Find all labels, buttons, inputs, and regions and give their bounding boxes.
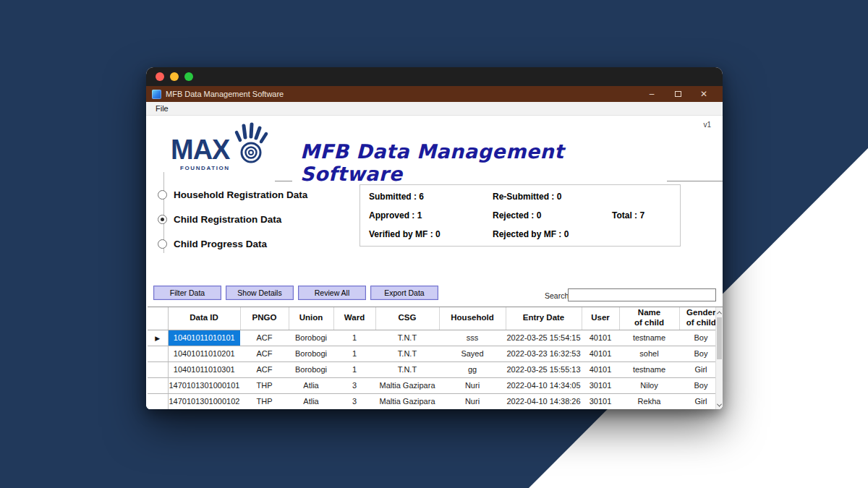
scroll-up-button[interactable] (716, 308, 723, 317)
cell[interactable]: Boy (679, 346, 715, 361)
row-selector-cell[interactable] (148, 346, 168, 361)
cell[interactable]: 10401011010301 (168, 361, 240, 377)
cell[interactable]: THP (240, 377, 289, 393)
cell[interactable]: testname (619, 330, 679, 346)
cell[interactable]: testname (619, 361, 679, 377)
cell[interactable]: 40101 (582, 346, 619, 361)
col-header-data-id[interactable]: Data ID (168, 307, 240, 330)
col-header-entry-date[interactable]: Entry Date (506, 307, 582, 330)
cell[interactable]: Rekha (619, 393, 679, 409)
cell[interactable]: Niloy (619, 377, 679, 393)
cell[interactable]: Girl (679, 393, 715, 409)
table-row[interactable]: 10401011010301ACFBorobogi1T.N.Tgg2022-03… (148, 361, 715, 377)
row-selector-cell[interactable] (148, 377, 168, 393)
vertical-scrollbar[interactable] (715, 307, 723, 409)
col-header-pngo[interactable]: PNGO (240, 307, 289, 330)
table-row[interactable]: 1470101301000102THPAtlia3Maltia Gazipara… (148, 393, 715, 409)
table-row[interactable]: 10401011010201ACFBorobogi1T.N.TSayed2022… (148, 346, 715, 361)
col-header-household[interactable]: Household (439, 307, 506, 330)
cell[interactable]: Nuri (439, 393, 506, 409)
cell[interactable]: 1 (333, 361, 375, 377)
table-row[interactable]: ▶10401011010101ACFBorobogi1T.N.Tsss2022-… (148, 330, 715, 346)
cell[interactable]: 2022-03-25 15:55:13 (506, 361, 582, 377)
cell[interactable]: Atlia (289, 377, 333, 393)
cell[interactable]: ACF (240, 361, 289, 377)
col-header-ward[interactable]: Ward (333, 307, 375, 330)
scrollbar-thumb[interactable] (717, 317, 722, 359)
review-all-button[interactable]: Review All (298, 286, 366, 300)
cell[interactable]: Sayed (439, 346, 506, 361)
cell[interactable]: ACF (240, 330, 289, 346)
mac-zoom-traffic-light[interactable] (184, 72, 193, 81)
cell[interactable]: 1470101301000102 (168, 393, 240, 409)
col-header-union[interactable]: Union (289, 307, 333, 330)
table-row[interactable]: 1470101301000101THPAtlia3Maltia Gazipara… (148, 377, 715, 393)
row-selector-cell[interactable]: ▶ (148, 330, 168, 346)
grid-corner-cell[interactable] (148, 307, 168, 330)
cell[interactable]: 1 (333, 330, 375, 346)
mac-minimize-traffic-light[interactable] (170, 72, 179, 81)
cell[interactable]: 2022-03-25 15:54:15 (506, 330, 582, 346)
cell[interactable]: 30101 (582, 377, 619, 393)
cell[interactable]: 1 (333, 346, 375, 361)
col-header-name-of-child[interactable]: Name of child (619, 307, 679, 330)
cell[interactable]: Borobogi (289, 361, 333, 377)
menu-file[interactable]: File (153, 104, 171, 113)
row-selector-cell[interactable] (148, 361, 168, 377)
cell[interactable]: 10401011010101 (168, 330, 240, 346)
row-selector-cell[interactable] (148, 393, 168, 409)
cell[interactable]: 10401011010201 (168, 346, 240, 361)
cell[interactable]: THP (240, 393, 289, 409)
radio-option[interactable]: Child Progress Data (158, 236, 267, 251)
cell[interactable]: sss (439, 330, 506, 346)
cell[interactable]: Atlia (289, 393, 333, 409)
show-details-button[interactable]: Show Details (226, 286, 294, 300)
cell[interactable]: ACF (240, 346, 289, 361)
cell[interactable]: T.N.T (375, 346, 439, 361)
radio-option[interactable]: Household Registration Data (158, 187, 307, 202)
grid-header-row: Data ID PNGO Union Ward CSG Household En… (148, 307, 715, 330)
stat-total: Total : 7 (612, 210, 644, 221)
cell[interactable]: T.N.T (375, 330, 439, 346)
current-row-arrow-icon: ▶ (155, 335, 160, 342)
filter-data-button[interactable]: Filter Data (153, 286, 221, 300)
cell[interactable]: 3 (333, 393, 375, 409)
close-button[interactable]: ✕ (691, 86, 717, 102)
cell[interactable]: 2022-03-23 16:32:53 (506, 346, 582, 361)
minimize-button[interactable]: – (639, 86, 665, 102)
cell[interactable]: T.N.T (375, 361, 439, 377)
col-header-csg[interactable]: CSG (375, 307, 439, 330)
cell[interactable]: sohel (619, 346, 679, 361)
cell[interactable]: 30101 (582, 393, 619, 409)
cell[interactable]: Borobogi (289, 346, 333, 361)
radio-label-child-progress: Child Progress Data (174, 239, 267, 249)
cell[interactable]: Girl (679, 361, 715, 377)
cell[interactable]: 2022-04-10 14:38:26 (506, 393, 582, 409)
hand-logo-icon (231, 122, 269, 164)
maximize-button[interactable] (665, 86, 691, 102)
cell[interactable]: Boy (679, 330, 715, 346)
cell[interactable]: gg (439, 361, 506, 377)
mac-close-traffic-light[interactable] (156, 72, 164, 81)
cell[interactable]: Nuri (439, 377, 506, 393)
cell[interactable]: 40101 (582, 330, 619, 346)
col-header-gender-of-child[interactable]: Gender of child (679, 307, 715, 330)
cell[interactable]: 3 (333, 377, 375, 393)
cell[interactable]: Borobogi (289, 330, 333, 346)
cell[interactable]: Maltia Gazipara (375, 393, 439, 409)
cell[interactable]: 2022-04-10 14:34:05 (506, 377, 582, 393)
radio-circle-icon (158, 190, 167, 200)
col-header-user[interactable]: User (582, 307, 619, 330)
radio-option[interactable]: Child Registration Data (158, 212, 281, 226)
search-input[interactable] (568, 288, 716, 301)
window-title: MFB Data Management Software (166, 90, 284, 98)
cell[interactable]: Maltia Gazipara (375, 377, 439, 393)
heading-left-rule (275, 181, 292, 181)
cell[interactable]: Boy (679, 377, 715, 393)
cell[interactable]: 1470101301000101 (168, 377, 240, 393)
summary-panel: Submitted : 6 Re-Submitted : 0 Approved … (359, 184, 681, 247)
cell[interactable]: 40101 (582, 361, 619, 377)
export-data-button[interactable]: Export Data (370, 286, 438, 300)
version-label: v1 (703, 121, 711, 129)
main-content: v1 MAX FOUNDATION MFB Data Management (146, 116, 723, 409)
